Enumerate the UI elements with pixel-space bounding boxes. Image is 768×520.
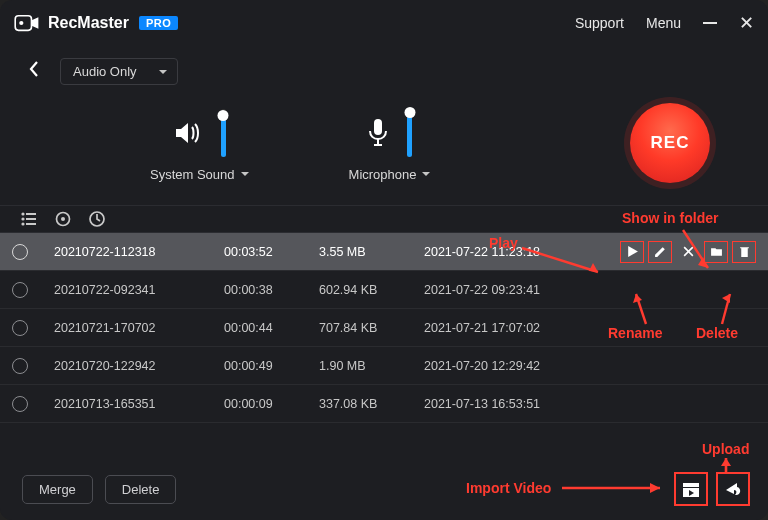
row-actions [606, 241, 756, 263]
cut-button[interactable] [676, 241, 700, 263]
list-item[interactable]: 20210713-165351 00:00:09 337.08 KB 2021-… [0, 385, 768, 423]
gear-icon[interactable] [54, 210, 72, 228]
pro-badge: PRO [139, 16, 178, 30]
delete-button[interactable] [732, 241, 756, 263]
recording-date: 2021-07-21 17:07:02 [424, 321, 606, 335]
recording-date: 2021-07-13 16:53:51 [424, 397, 606, 411]
microphone-dropdown[interactable]: Microphone [349, 167, 431, 182]
list-tabs [0, 205, 768, 233]
merge-button[interactable]: Merge [22, 475, 93, 504]
app-window: RecMaster PRO Support Menu ✕ Audio Only [0, 0, 768, 520]
select-radio[interactable] [12, 282, 28, 298]
close-button[interactable]: ✕ [739, 12, 754, 34]
title-bar: RecMaster PRO Support Menu ✕ [0, 0, 768, 46]
recording-name: 20210722-092341 [54, 283, 224, 297]
recording-size: 337.08 KB [319, 397, 424, 411]
show-in-folder-button[interactable] [704, 241, 728, 263]
system-sound-slider[interactable] [221, 109, 226, 157]
microphone-slider[interactable] [407, 109, 412, 157]
select-radio[interactable] [12, 396, 28, 412]
upload-button[interactable] [716, 472, 750, 506]
recording-duration: 00:00:38 [224, 283, 319, 297]
recording-name: 20210722-112318 [54, 245, 224, 259]
annotation-upload: Upload [702, 441, 749, 457]
system-sound-dropdown[interactable]: System Sound [150, 167, 249, 182]
speaker-icon [173, 120, 203, 146]
recording-date: 2021-07-20 12:29:42 [424, 359, 606, 373]
mode-bar: Audio Only [0, 46, 768, 85]
microphone-icon [367, 118, 389, 148]
recording-size: 1.90 MB [319, 359, 424, 373]
schedule-icon[interactable] [88, 210, 106, 228]
system-sound-control: System Sound [150, 109, 249, 182]
svg-rect-2 [374, 119, 382, 135]
minimize-button[interactable] [703, 22, 717, 24]
list-item[interactable]: 20210722-112318 00:03:52 3.55 MB 2021-07… [0, 233, 768, 271]
camera-icon [14, 13, 40, 33]
app-logo: RecMaster [14, 13, 129, 33]
recording-duration: 00:00:44 [224, 321, 319, 335]
system-sound-label: System Sound [150, 167, 235, 182]
svg-rect-6 [26, 218, 36, 220]
recording-duration: 00:00:49 [224, 359, 319, 373]
list-item[interactable]: 20210722-092341 00:00:38 602.94 KB 2021-… [0, 271, 768, 309]
record-button[interactable]: REC [630, 103, 710, 183]
list-item[interactable]: 20210721-170702 00:00:44 707.84 KB 2021-… [0, 309, 768, 347]
recording-duration: 00:03:52 [224, 245, 319, 259]
svg-rect-12 [683, 483, 699, 487]
recording-name: 20210721-170702 [54, 321, 224, 335]
list-item[interactable]: 20210720-122942 00:00:49 1.90 MB 2021-07… [0, 347, 768, 385]
svg-rect-4 [26, 213, 36, 215]
app-name: RecMaster [48, 14, 129, 32]
recording-size: 707.84 KB [319, 321, 424, 335]
bottom-bar: Merge Delete [0, 462, 768, 520]
recording-size: 602.94 KB [319, 283, 424, 297]
svg-rect-8 [26, 223, 36, 225]
svg-point-7 [21, 222, 24, 225]
microphone-label: Microphone [349, 167, 417, 182]
svg-point-5 [21, 217, 24, 220]
back-button[interactable] [28, 60, 40, 83]
recording-name: 20210713-165351 [54, 397, 224, 411]
menu-link[interactable]: Menu [646, 15, 681, 31]
rename-button[interactable] [648, 241, 672, 263]
svg-point-3 [21, 212, 24, 215]
chevron-down-icon [422, 172, 430, 180]
select-radio[interactable] [12, 244, 28, 260]
controls-panel: System Sound Microphone REC [0, 85, 768, 205]
recording-size: 3.55 MB [319, 245, 424, 259]
chevron-down-icon [241, 172, 249, 180]
svg-point-10 [61, 217, 65, 221]
play-button[interactable] [620, 241, 644, 263]
svg-point-1 [19, 21, 23, 25]
select-radio[interactable] [12, 320, 28, 336]
select-radio[interactable] [12, 358, 28, 374]
recording-date: 2021-07-22 09:23:41 [424, 283, 606, 297]
delete-all-button[interactable]: Delete [105, 475, 177, 504]
recording-duration: 00:00:09 [224, 397, 319, 411]
microphone-control: Microphone [349, 109, 431, 182]
list-view-icon[interactable] [20, 210, 38, 228]
recording-name: 20210720-122942 [54, 359, 224, 373]
mode-dropdown[interactable]: Audio Only [60, 58, 178, 85]
recordings-list: 20210722-112318 00:03:52 3.55 MB 2021-07… [0, 233, 768, 423]
recording-date: 2021-07-22 11:23:18 [424, 245, 606, 259]
import-video-button[interactable] [674, 472, 708, 506]
support-link[interactable]: Support [575, 15, 624, 31]
